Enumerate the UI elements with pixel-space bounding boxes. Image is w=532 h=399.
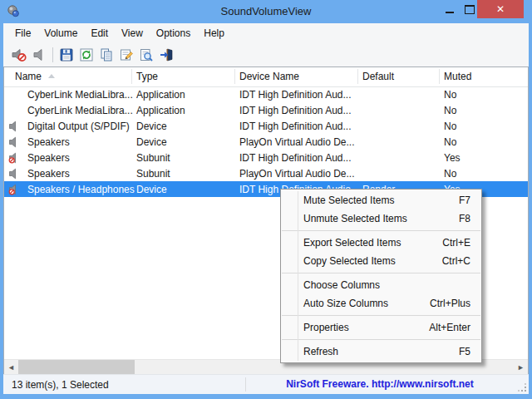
context-menu-item-mute-selected-items[interactable]: Mute Selected Items F7 bbox=[281, 191, 481, 209]
mute-badge-icon bbox=[9, 190, 14, 195]
cell-type: Subunit bbox=[136, 168, 228, 180]
column-divider[interactable] bbox=[234, 69, 235, 84]
cell-type: Application bbox=[136, 89, 228, 101]
menu-item-label: Choose Columns bbox=[303, 279, 470, 291]
properties-icon[interactable] bbox=[116, 46, 136, 64]
maximize-button[interactable] bbox=[461, 0, 478, 18]
menubar-item-file[interactable]: File bbox=[8, 24, 37, 42]
menu-item-label: Unmute Selected Items bbox=[303, 213, 459, 224]
column-header-muted[interactable]: Muted bbox=[444, 71, 471, 82]
menu-separator bbox=[282, 230, 480, 231]
cell-muted: No bbox=[444, 168, 519, 180]
mute-speaker-icon[interactable] bbox=[9, 46, 29, 64]
cell-name: Speakers bbox=[27, 136, 137, 148]
list-header: Name Type Device Name Default Muted bbox=[4, 67, 528, 87]
cell-type: Subunit bbox=[136, 152, 228, 164]
speaker-icon bbox=[8, 121, 21, 132]
sort-ascending-icon bbox=[48, 74, 55, 78]
table-row[interactable]: Speakers Device PlayOn Virtual Audio De.… bbox=[4, 134, 528, 150]
column-divider[interactable] bbox=[357, 69, 358, 84]
cell-muted: Yes bbox=[444, 152, 519, 164]
cell-device-name: IDT High Definition Aud... bbox=[239, 152, 360, 164]
maximize-icon bbox=[465, 5, 475, 14]
cell-type: Device bbox=[136, 184, 228, 195]
column-header-type[interactable]: Type bbox=[136, 71, 158, 82]
exit-icon[interactable] bbox=[156, 46, 176, 64]
menu-item-shortcut: Alt+Enter bbox=[429, 322, 470, 333]
speaker-muted-icon bbox=[8, 184, 21, 195]
titlebar[interactable]: SoundVolumeView ✕ bbox=[0, 0, 532, 23]
cell-name: CyberLink MediaLibra... bbox=[27, 89, 137, 101]
minimize-button[interactable] bbox=[438, 0, 461, 18]
cell-name: Speakers bbox=[27, 168, 137, 180]
table-row[interactable]: CyberLink MediaLibra... Application IDT … bbox=[4, 86, 528, 102]
context-menu: Mute Selected Items F7 Unmute Selected I… bbox=[280, 189, 482, 363]
toolbar bbox=[3, 43, 529, 66]
menu-bar: FileVolumeEditViewOptionsHelp bbox=[3, 23, 529, 43]
column-header-device[interactable]: Device Name bbox=[239, 71, 299, 82]
menu-separator bbox=[282, 339, 480, 340]
menubar-item-help[interactable]: Help bbox=[197, 24, 231, 42]
menubar-item-options[interactable]: Options bbox=[150, 24, 197, 42]
speaker-icon bbox=[8, 168, 21, 180]
save-icon[interactable] bbox=[57, 46, 76, 64]
menu-item-label: Auto Size Columns bbox=[303, 298, 430, 309]
column-header-default[interactable]: Default bbox=[362, 71, 394, 82]
context-menu-item-choose-columns[interactable]: Choose Columns bbox=[281, 276, 481, 294]
menu-separator bbox=[282, 315, 480, 316]
context-menu-item-refresh[interactable]: Refresh F5 bbox=[281, 342, 481, 361]
menu-item-label: Copy Selected Items bbox=[303, 255, 442, 267]
context-menu-item-export-selected-items[interactable]: Export Selected Items Ctrl+E bbox=[281, 234, 481, 252]
column-header-name[interactable]: Name bbox=[15, 71, 42, 82]
cell-device-name: IDT High Definition Aud... bbox=[239, 89, 360, 101]
table-row[interactable]: Speakers Subunit IDT High Definition Aud… bbox=[4, 150, 528, 165]
cell-type: Device bbox=[136, 136, 228, 148]
menu-item-label: Export Selected Items bbox=[303, 237, 442, 249]
menubar-item-edit[interactable]: Edit bbox=[84, 24, 115, 42]
menu-item-shortcut: F5 bbox=[459, 346, 470, 357]
context-menu-item-auto-size-columns[interactable]: Auto Size Columns Ctrl+Plus bbox=[281, 294, 481, 313]
scrollbar-thumb[interactable] bbox=[18, 360, 135, 374]
speaker-muted-icon bbox=[8, 152, 21, 164]
toolbar-separator bbox=[52, 47, 53, 62]
table-row[interactable]: Speakers Subunit PlayOn Virtual Audio De… bbox=[4, 165, 528, 181]
resize-grip-icon[interactable] bbox=[517, 382, 527, 392]
cell-device-name: IDT High Definition Aud... bbox=[239, 105, 360, 116]
menu-item-shortcut: Ctrl+E bbox=[442, 237, 470, 249]
cell-type: Application bbox=[136, 105, 228, 116]
close-button[interactable]: ✕ bbox=[477, 0, 524, 18]
refresh-icon[interactable] bbox=[76, 46, 96, 64]
nirsoft-link[interactable]: NirSoft Freeware. http://www.nirsoft.net bbox=[246, 378, 514, 390]
table-row[interactable]: Digital Output (S/PDIF) Device IDT High … bbox=[4, 118, 528, 134]
cell-name: Digital Output (S/PDIF) bbox=[27, 121, 137, 132]
cell-name: Speakers bbox=[27, 152, 137, 164]
copy-icon[interactable] bbox=[96, 46, 116, 64]
speaker-icon[interactable] bbox=[29, 46, 49, 64]
column-divider[interactable] bbox=[439, 69, 440, 84]
find-icon[interactable] bbox=[136, 46, 156, 64]
cell-type: Device bbox=[136, 121, 228, 132]
status-bar: 13 item(s), 1 Selected NirSoft Freeware.… bbox=[3, 374, 529, 394]
cell-muted: No bbox=[444, 121, 519, 132]
context-menu-item-unmute-selected-items[interactable]: Unmute Selected Items F8 bbox=[281, 209, 481, 228]
menubar-item-view[interactable]: View bbox=[115, 24, 150, 42]
context-menu-item-properties[interactable]: Properties Alt+Enter bbox=[281, 318, 481, 337]
menubar-item-volume[interactable]: Volume bbox=[37, 24, 84, 42]
cell-name: Speakers / Headphones bbox=[27, 184, 137, 195]
menu-item-shortcut: F8 bbox=[459, 213, 470, 224]
cell-muted: No bbox=[444, 105, 519, 116]
scroll-right-icon[interactable]: ► bbox=[514, 360, 528, 374]
menu-item-label: Mute Selected Items bbox=[303, 195, 459, 206]
context-menu-item-copy-selected-items[interactable]: Copy Selected Items Ctrl+C bbox=[281, 252, 481, 270]
menu-separator bbox=[282, 273, 480, 273]
mute-badge-icon bbox=[9, 158, 14, 163]
menu-item-shortcut: Ctrl+C bbox=[442, 255, 470, 267]
column-divider[interactable] bbox=[131, 69, 132, 84]
scroll-left-icon[interactable]: ◄ bbox=[4, 360, 18, 374]
cell-name: CyberLink MediaLibra... bbox=[27, 105, 137, 116]
menu-item-label: Refresh bbox=[303, 346, 459, 357]
table-row[interactable]: CyberLink MediaLibra... Application IDT … bbox=[4, 102, 528, 118]
cell-device-name: PlayOn Virtual Audio De... bbox=[239, 136, 360, 148]
cell-muted: No bbox=[444, 89, 519, 101]
speaker-icon bbox=[8, 136, 21, 148]
